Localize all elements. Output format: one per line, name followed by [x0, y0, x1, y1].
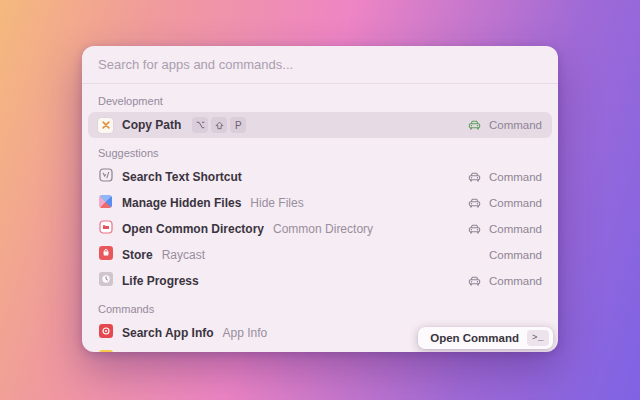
item-title: Life Progress: [122, 274, 199, 288]
row-accessory: Command: [467, 168, 542, 186]
list-item[interactable]: Manage Hidden FilesHide FilesCommand: [88, 190, 552, 216]
store-icon: [98, 246, 113, 265]
results-list: DevelopmentCopy PathPCommandSuggestionsS…: [82, 84, 558, 352]
command-type-label: Command: [489, 171, 542, 183]
tooltip-label: Open Command: [430, 332, 519, 344]
shortcut-keys: P: [192, 117, 246, 133]
life-progress-icon: [98, 272, 113, 291]
car-icon: [467, 168, 482, 186]
car-icon: [467, 194, 482, 212]
search-input[interactable]: [98, 57, 542, 72]
copy-path-icon: [98, 116, 113, 134]
command-type-label: Command: [489, 223, 542, 235]
command-type-label: Command: [489, 249, 542, 261]
list-item[interactable]: Search Text ShortcutCommand: [88, 164, 552, 190]
terminal-icon: >_: [527, 330, 549, 346]
row-accessory: Command: [467, 194, 542, 212]
search-bar[interactable]: [82, 46, 558, 84]
list-item[interactable]: Life ProgressCommand: [88, 268, 552, 294]
command-type-label: Command: [489, 275, 542, 287]
item-title: Manage Hidden Files: [122, 196, 241, 210]
new-note-icon: [98, 350, 113, 352]
car-icon: [467, 272, 482, 290]
item-title: Search App Info: [122, 326, 214, 340]
launcher-window: DevelopmentCopy PathPCommandSuggestionsS…: [82, 46, 558, 352]
item-subtitle: Raycast: [162, 248, 205, 262]
item-title: Search Text Shortcut: [122, 170, 242, 184]
list-item[interactable]: StoreRaycastCommand: [88, 242, 552, 268]
common-directory-icon: [98, 220, 113, 239]
hidden-files-icon: [98, 194, 113, 212]
command-type-label: Command: [489, 197, 542, 209]
row-accessory: Command: [489, 249, 542, 261]
row-accessory: Command: [467, 220, 542, 238]
car-icon: [467, 220, 482, 238]
item-subtitle: Hide Files: [250, 196, 303, 210]
list-item[interactable]: Open Common DirectoryCommon DirectoryCom…: [88, 216, 552, 242]
item-title: Copy Path: [122, 118, 181, 132]
text-shortcut-icon: [98, 168, 113, 187]
open-command-tooltip[interactable]: Open Command >_: [418, 327, 553, 349]
command-type-label: Command: [489, 119, 542, 131]
item-title: Open Common Directory: [122, 222, 264, 236]
app-info-icon: [98, 324, 113, 343]
shift-key-icon: [211, 117, 227, 133]
item-title: Store: [122, 248, 153, 262]
item-subtitle: App Info: [223, 326, 268, 340]
row-accessory: Command: [467, 272, 542, 290]
section-label: Development: [98, 95, 542, 107]
section-label: Commands: [98, 303, 542, 315]
section-label: Suggestions: [98, 147, 542, 159]
list-item[interactable]: Copy PathPCommand: [88, 112, 552, 138]
item-subtitle: Common Directory: [273, 222, 373, 236]
car-icon-green: [467, 116, 482, 134]
row-accessory: Command: [467, 116, 542, 134]
shortcut-key: P: [230, 117, 246, 133]
option-key-icon: [192, 117, 208, 133]
